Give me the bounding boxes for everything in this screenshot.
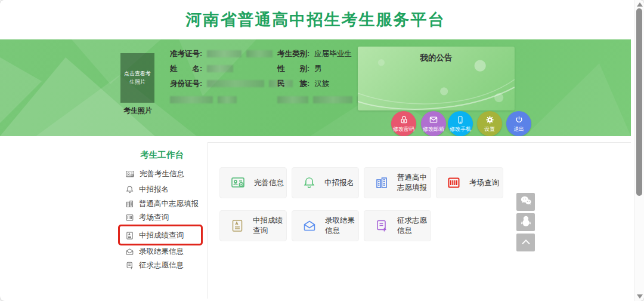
candidate-service-platform-page: 河南省普通高中招生考生服务平台 点击查看考生照片 考生照片 准考证号: 姓 名:… bbox=[0, 0, 644, 301]
card-enrollment[interactable]: 中招报名 bbox=[292, 167, 359, 198]
sidebar-item-enrollment[interactable]: 中招报名 bbox=[125, 183, 169, 195]
candidate-workbench-sidebar: 考生工作台 完善考生信息 中招报名 bbox=[116, 142, 208, 299]
candidate-photo-placeholder[interactable]: 点击查看考生照片 bbox=[120, 53, 154, 103]
field-ethnicity: 民 族: 汉族 bbox=[277, 79, 329, 88]
action-label: 退出 bbox=[513, 125, 524, 133]
action-label: 修改邮箱 bbox=[423, 125, 444, 133]
masked-value bbox=[207, 50, 242, 57]
sidebar-item-solicit-preference[interactable]: 征求志愿信息 bbox=[125, 259, 184, 271]
masked-value bbox=[218, 96, 237, 103]
scrollbar-thumb[interactable] bbox=[636, 8, 642, 196]
power-icon bbox=[515, 115, 524, 125]
envelope-open-icon bbox=[125, 247, 134, 256]
scroll-down-arrow-icon[interactable] bbox=[637, 294, 643, 299]
masked-value bbox=[246, 50, 273, 57]
page-scrollbar[interactable] bbox=[634, 0, 644, 301]
card-exam-room[interactable]: 考场查询 bbox=[436, 167, 503, 198]
sidebar-item-label: 中招报名 bbox=[139, 185, 169, 195]
photo-caption: 考生照片 bbox=[117, 106, 159, 116]
wechat-icon bbox=[520, 195, 532, 208]
field-value: 应届毕业生 bbox=[314, 49, 352, 59]
masked-value bbox=[170, 96, 213, 103]
main-top-divider bbox=[208, 142, 631, 143]
field-candidate-type: 考生类别: 应届毕业生 bbox=[277, 50, 352, 58]
doc-plus-icon bbox=[374, 219, 389, 233]
building-icon bbox=[125, 199, 134, 208]
field-id-number: 身份证号: bbox=[170, 79, 293, 88]
announce-wave-decoration bbox=[358, 47, 515, 110]
change-password-button[interactable]: 修改密码 bbox=[391, 111, 416, 136]
field-name: 姓 名: bbox=[170, 64, 233, 73]
sidebar-item-exam-room[interactable]: 考场查询 bbox=[125, 211, 169, 223]
page-title: 河南省普通高中招生考生服务平台 bbox=[186, 9, 445, 30]
card-label: 完善信息 bbox=[254, 178, 284, 188]
card-label: 中招成绩查询 bbox=[253, 216, 286, 236]
sidebar-item-complete-info[interactable]: 完善考生信息 bbox=[125, 168, 184, 180]
action-label: 修改手机 bbox=[450, 125, 471, 133]
qq-icon bbox=[521, 216, 531, 229]
logout-button[interactable]: 退出 bbox=[506, 111, 531, 136]
action-label: 修改密码 bbox=[393, 125, 414, 133]
card-score-query[interactable]: 中招成绩查询 bbox=[219, 210, 287, 241]
field-label: 考生类别: bbox=[277, 49, 309, 59]
sidebar-item-label: 完善考生信息 bbox=[140, 169, 184, 179]
field-exam-id: 准考证号: bbox=[170, 50, 273, 58]
bell-icon bbox=[125, 185, 134, 194]
sidebar-divider bbox=[208, 142, 208, 299]
sidebar-item-label: 普通高中志愿填报 bbox=[139, 199, 199, 209]
sidebar-title: 考生工作台 bbox=[116, 149, 208, 161]
card-solicit-preference[interactable]: 征求志愿信息 bbox=[364, 210, 431, 241]
bell-icon bbox=[302, 176, 316, 190]
building-icon bbox=[374, 176, 389, 190]
field-label: 性 别: bbox=[277, 64, 309, 74]
field-label: 身份证号: bbox=[170, 79, 202, 89]
chevron-up-icon bbox=[521, 237, 531, 248]
card-admission-result[interactable]: 录取结果信息 bbox=[292, 210, 359, 241]
lock-icon bbox=[400, 115, 408, 125]
field-gender: 性 别: 男 bbox=[277, 64, 322, 73]
back-to-top-button[interactable] bbox=[516, 234, 535, 251]
field-value: 汉族 bbox=[314, 79, 329, 89]
qq-button[interactable] bbox=[516, 213, 535, 231]
sidebar-item-hs-preference[interactable]: 普通高中志愿填报 bbox=[125, 198, 199, 210]
masked-value bbox=[207, 65, 233, 72]
card-label: 普通高中志愿填报 bbox=[397, 173, 431, 193]
field-label: 姓 名: bbox=[170, 64, 202, 74]
change-email-button[interactable]: 修改邮箱 bbox=[421, 111, 446, 136]
card-label: 录取结果信息 bbox=[325, 216, 358, 236]
action-label: 设置 bbox=[484, 125, 495, 133]
masked-value bbox=[313, 96, 352, 103]
id-card-icon bbox=[230, 176, 246, 190]
id-card-icon bbox=[125, 170, 135, 179]
envelope-open-icon bbox=[302, 219, 317, 233]
card-hs-preference[interactable]: 普通高中志愿填报 bbox=[364, 167, 431, 198]
sidebar-item-label: 录取结果信息 bbox=[139, 247, 184, 257]
masked-value bbox=[207, 80, 264, 87]
highlight-box bbox=[118, 225, 203, 245]
barcode-icon bbox=[447, 176, 461, 190]
barcode-icon bbox=[125, 213, 134, 222]
sidebar-item-admission-result[interactable]: 录取结果信息 bbox=[125, 245, 184, 257]
field-label: 准考证号: bbox=[170, 49, 202, 59]
page-header: 河南省普通高中招生考生服务平台 bbox=[0, 0, 631, 39]
settings-button[interactable]: 设置 bbox=[477, 111, 502, 136]
sidebar-item-label: 考场查询 bbox=[139, 213, 169, 223]
field-label: 民 族: bbox=[277, 79, 309, 89]
field-value: 男 bbox=[314, 64, 322, 74]
change-phone-button[interactable]: 修改手机 bbox=[448, 111, 473, 136]
card-label: 征求志愿信息 bbox=[397, 216, 431, 236]
scroll-up-arrow-icon[interactable] bbox=[637, 2, 643, 7]
phone-icon bbox=[456, 115, 465, 125]
card-label: 中招报名 bbox=[324, 178, 354, 188]
candidate-info-banner: 点击查看考生照片 考生照片 准考证号: 姓 名: 身份证号: 查看更多信息> 考… bbox=[0, 39, 631, 136]
field-masked-left bbox=[170, 96, 237, 104]
score-doc-icon bbox=[230, 219, 244, 233]
mail-icon bbox=[429, 115, 438, 125]
gear-icon bbox=[485, 115, 494, 125]
wechat-button[interactable] bbox=[516, 193, 535, 211]
doc-plus-icon bbox=[125, 261, 134, 270]
masked-value bbox=[277, 96, 308, 103]
card-complete-info[interactable]: 完善信息 bbox=[219, 167, 287, 198]
sidebar-item-label: 征求志愿信息 bbox=[139, 260, 184, 271]
my-announcements-panel[interactable]: 我的公告 bbox=[358, 47, 515, 110]
